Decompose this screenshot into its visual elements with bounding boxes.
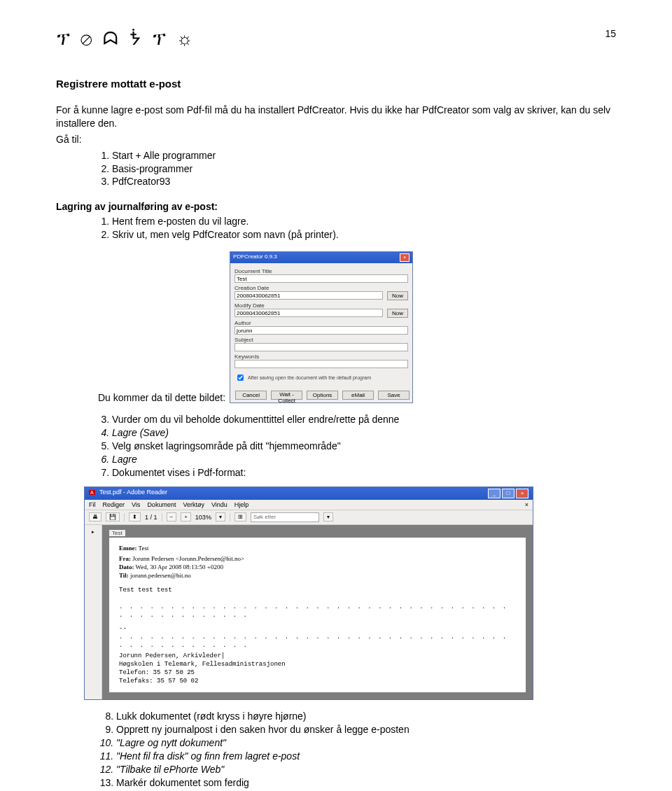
header-glyph-art: ፕ ⊘ ᗣ ᖭ ፕ ☼ [56,28,196,50]
steps-list-2: Vurder om du vil beholde dokumenttittel … [98,413,616,479]
email-subject-label: Emne: [119,545,137,552]
list-item: "Hent fil fra disk" og finn frem lagret … [116,750,616,763]
cancel-button[interactable]: Cancel [235,391,267,400]
field-label: Keywords [234,354,408,360]
window-title: Test.pdf - Adobe Reader [99,489,167,496]
tab-label[interactable]: Test [109,530,125,536]
steps-list-1: Hent frem e-posten du vil lagre. Skriv u… [98,215,616,241]
field-label: Subject [234,337,408,343]
list-item: Basis-programmer [112,162,616,176]
list-item: Velg ønsket lagringsområde på ditt "hjem… [112,440,616,453]
menu-item[interactable]: Verktøy [183,501,204,508]
subheading: Lagring av journalføring av e-post: [56,201,616,212]
adobe-reader-window: A Test.pdf - Adobe Reader _ □ × Fil Redi… [84,486,533,701]
list-item: Dokumentet vises i Pdf-format: [112,466,616,479]
creation-date-input[interactable] [234,291,383,300]
sig-line: Høgskolen i Telemark, Fellesadministrasj… [119,661,516,669]
list-item: Skriv ut, men velg PdfCreator som navn (… [112,228,616,241]
now-button[interactable]: Now [387,309,408,318]
modify-date-input[interactable] [234,309,383,317]
list-item: Start + Alle programmer [112,149,616,162]
fit-icon[interactable]: ⊞ [234,512,246,522]
email-date-label: Dato: [119,564,134,570]
list-item: Vurder om du vil beholde dokumenttittel … [112,413,616,426]
list-item: PdfCreator93 [112,175,616,188]
email-button[interactable]: eMail [342,391,374,400]
save-button[interactable]: Save [378,391,410,400]
now-button[interactable]: Now [387,291,408,300]
menu-item[interactable]: Vindu [211,501,227,508]
sig-line: Telefon: 35 57 50 25 [119,669,516,678]
author-input[interactable] [234,326,408,335]
page-indicator: 1 / 1 [145,514,158,521]
email-from: Jorunn Pedersen <Jorunn.Pedersen@hit.no> [132,555,244,562]
tab-icon[interactable]: ▸ [92,529,94,535]
sidebar-tabs[interactable]: ▸ [85,525,102,700]
toolbar: 🖶 💾 ⬍ 1 / 1 − + 103% ▾ ⊞ ▾ [85,510,533,525]
field-label: Modify Date [234,302,408,309]
list-item: "Lagre og nytt dokument" [116,736,616,750]
menu-item[interactable]: Dokument [147,501,176,508]
sig-sep: -- [119,625,516,634]
email-body: Test test test [119,587,516,595]
menu-bar: Fil Rediger Vis Dokument Verktøy Vindu H… [85,500,533,510]
dialog-title: PDFCreator 0.9.3 [233,253,277,262]
sig-line: Jorunn Pedersen, Arkivleder| [119,652,516,661]
close-icon[interactable]: × [400,253,410,262]
search-input[interactable] [251,512,319,522]
keywords-input[interactable] [234,360,408,368]
list-item: "Tilbake til ePhorte Web" [116,763,616,776]
pdf-icon: A [89,490,95,495]
steps-list-3: Lukk dokumentet (rødt kryss i høyre hjør… [98,710,616,791]
zoom-out-icon[interactable]: − [167,512,177,522]
list-item: Opprett ny journalpost i den saken hvor … [116,723,616,736]
page-number: 15 [605,28,616,39]
minimize-icon[interactable]: _ [488,489,500,498]
goto-list: Start + Alle programmer Basis-programmer… [98,149,616,189]
email-subject: Test [139,545,149,552]
dialog-caption: Du kommer da til dette bildet: [98,392,225,403]
open-after-save-checkbox[interactable] [237,374,244,381]
field-label: Author [234,320,408,326]
list-item: Lagre [112,453,616,466]
save-icon[interactable]: 💾 [106,512,120,522]
options-button[interactable]: Options [307,391,338,400]
pdf-document: Emne: Test Fra: Jorunn Pedersen <Jorunn.… [109,538,526,693]
intro-text: For å kunne lagre e-post som Pdf-fil må … [56,104,616,130]
subject-input[interactable] [234,343,408,351]
zoom-level: 103% [195,514,211,521]
menu-item[interactable]: Hjelp [234,501,249,508]
section-heading: Registrere mottatt e-post [56,78,616,90]
pdfcreator-dialog: PDFCreator 0.9.3 × Document Title Creati… [230,251,413,403]
email-from-label: Fra: [119,555,131,562]
list-item: Hent frem e-posten du vil lagre. [112,215,616,228]
page-nav-icon[interactable]: ⬍ [129,512,141,522]
wait-collect-button[interactable]: Wait - Collect [271,391,302,400]
email-to-label: Til: [119,572,129,579]
print-icon[interactable]: 🖶 [89,512,102,522]
zoom-in-icon[interactable]: + [181,512,191,522]
goto-label: Gå til: [56,133,616,146]
checkbox-label: After saving open the document with the … [248,375,371,380]
dropdown-icon[interactable]: ▾ [216,512,225,522]
list-item: Lagre (Save) [112,426,616,440]
search-dropdown-icon[interactable]: ▾ [323,512,333,522]
email-to: jorunn.pedersen@hit.no [130,572,191,579]
menu-item[interactable]: Fil [89,501,96,508]
menu-item[interactable]: Rediger [103,501,125,508]
sig-line: Telefaks: 35 57 50 02 [119,678,516,686]
list-item: Markér dokumentet som ferdig [116,776,616,790]
menu-item[interactable]: Vis [132,501,140,508]
email-date: Wed, 30 Apr 2008 08:13:50 +0200 [136,564,223,570]
field-label: Document Title [234,268,408,274]
close-icon[interactable]: × [516,489,528,498]
doc-title-input[interactable] [234,274,408,283]
field-label: Creation Date [234,285,408,291]
list-item: Lukk dokumentet (rødt kryss i høyre hjør… [116,710,616,723]
maximize-icon[interactable]: □ [502,489,514,498]
